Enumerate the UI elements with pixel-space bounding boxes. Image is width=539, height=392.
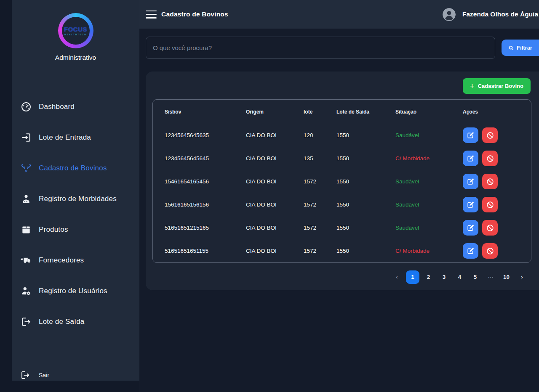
- brand-logo: FOCUS HEALTHTECH: [58, 13, 93, 48]
- menu-toggle-icon[interactable]: [146, 11, 157, 19]
- sidebar-item-label: Registro de Morbidades: [39, 195, 117, 203]
- block-button[interactable]: [482, 174, 498, 189]
- cell-origem: CIA DO BOI: [246, 248, 304, 254]
- cell-sisbov: 15461654165456: [165, 178, 246, 185]
- sidebar-item-lote-saida[interactable]: Lote de Saída: [12, 306, 139, 337]
- cell-lote-saida: 1550: [336, 225, 395, 231]
- sidebar-item-label: Lote de Entrada: [39, 133, 91, 142]
- column-header-situacao: Situação: [395, 109, 463, 115]
- cell-sisbov: 12345645645645: [165, 155, 246, 162]
- column-header-sisbov: Sisbov: [165, 109, 246, 115]
- filter-button[interactable]: Filtrar: [502, 40, 539, 56]
- column-header-acoes: Ações: [463, 109, 531, 115]
- search-input[interactable]: [146, 37, 495, 59]
- pagination-page[interactable]: 5: [467, 270, 483, 284]
- status-badge: Saudável: [395, 132, 463, 138]
- page-title: Cadastro de Bovinos: [161, 11, 228, 18]
- exit-arrow-icon: [20, 316, 32, 328]
- sidebar-item-label: Lote de Saída: [39, 318, 84, 326]
- table-row: 15616165156156 CIA DO BOI 1572 1550 Saud…: [153, 193, 531, 216]
- add-bovino-label: Cadastrar Bovino: [478, 83, 523, 89]
- edit-button[interactable]: [463, 127, 478, 143]
- status-badge: Saudável: [395, 201, 463, 208]
- account-menu[interactable]: Fazenda Olhos de Águia: [443, 8, 538, 21]
- brand-name: FOCUS: [64, 26, 87, 33]
- box-icon: [20, 224, 32, 236]
- cell-lote: 120: [304, 132, 336, 138]
- cell-sisbov: 51651651651155: [165, 248, 246, 254]
- edit-button[interactable]: [463, 197, 478, 212]
- cell-origem: CIA DO BOI: [246, 155, 304, 162]
- status-badge: C/ Morbidade: [395, 248, 463, 254]
- filter-button-label: Filtrar: [517, 45, 532, 51]
- bovinos-table: Sisbov Origem lote Lote de Saída Situaçã…: [152, 99, 531, 263]
- sidebar-item-label: Cadastro de Bovinos: [39, 164, 107, 172]
- cell-origem: CIA DO BOI: [246, 201, 304, 208]
- table-row: 12345645645645 CIA DO BOI 135 1550 C/ Mo…: [153, 147, 531, 170]
- account-name: Fazenda Olhos de Águia: [462, 11, 538, 18]
- column-header-lote-saida: Lote de Saída: [336, 109, 395, 115]
- entry-arrow-icon: [20, 132, 32, 143]
- main-content: Filtrar + Cadastrar Bovino Sisbov Origem…: [139, 29, 539, 392]
- sidebar-item-registro-usuarios[interactable]: Registro de Usuários: [12, 275, 139, 306]
- table-row: 51651651215165 CIA DO BOI 1572 1550 Saud…: [153, 216, 531, 239]
- table-header: Sisbov Origem lote Lote de Saída Situaçã…: [153, 100, 531, 124]
- pagination-next[interactable]: ›: [514, 270, 530, 284]
- cell-origem: CIA DO BOI: [246, 225, 304, 231]
- edit-button[interactable]: [463, 151, 478, 166]
- cell-lote: 1572: [304, 178, 336, 185]
- status-badge: Saudável: [395, 225, 463, 231]
- search-icon: [508, 45, 514, 51]
- block-button[interactable]: [482, 151, 498, 166]
- cell-lote-saida: 1550: [336, 178, 395, 185]
- table-row: 51651651651155 CIA DO BOI 1572 1550 C/ M…: [153, 239, 531, 262]
- cell-origem: CIA DO BOI: [246, 178, 304, 185]
- column-header-origem: Origem: [246, 109, 304, 115]
- plus-icon: +: [470, 82, 475, 90]
- table-panel: + Cadastrar Bovino Sisbov Origem lote Lo…: [146, 72, 539, 290]
- status-badge: Saudável: [395, 178, 463, 185]
- block-button[interactable]: [482, 197, 498, 212]
- edit-button[interactable]: [463, 243, 478, 259]
- block-button[interactable]: [482, 127, 498, 143]
- cell-sisbov: 51651651215165: [165, 225, 246, 231]
- pagination-page[interactable]: 4: [452, 270, 467, 284]
- cell-lote: 1572: [304, 201, 336, 208]
- sidebar-item-dashboard[interactable]: Dashboard: [12, 91, 139, 122]
- logout-button[interactable]: Sair: [12, 367, 139, 384]
- block-button[interactable]: [482, 220, 498, 236]
- brand-subtitle: HEALTHTECH: [64, 33, 87, 36]
- sidebar-item-produtos[interactable]: Produtos: [12, 214, 139, 245]
- dashboard-gauge-icon: [20, 101, 32, 113]
- block-button[interactable]: [482, 243, 498, 259]
- cell-lote-saida: 1550: [336, 201, 395, 208]
- sidebar-item-fornecedores[interactable]: Fornecedores: [12, 245, 139, 275]
- logout-label: Sair: [39, 372, 49, 379]
- user-gear-icon: [20, 285, 32, 297]
- sidebar-item-label: Produtos: [39, 225, 68, 234]
- logout-icon: [20, 370, 30, 380]
- sidebar-item-label: Registro de Usuários: [39, 287, 107, 295]
- cell-sisbov: 12345645645635: [165, 132, 246, 138]
- pagination-prev[interactable]: ‹: [389, 270, 405, 284]
- pagination: ‹ 1 2 3 4 5 ··· 10 ›: [389, 270, 530, 284]
- column-header-lote: lote: [304, 109, 336, 115]
- doctor-icon: [20, 193, 32, 205]
- pagination-ellipsis[interactable]: ···: [483, 270, 499, 284]
- pagination-page[interactable]: 3: [436, 270, 452, 284]
- edit-button[interactable]: [463, 220, 478, 236]
- add-bovino-button[interactable]: + Cadastrar Bovino: [463, 78, 531, 94]
- sidebar: FOCUS HEALTHTECH Administrativo Dashboar…: [12, 0, 139, 381]
- sidebar-item-label: Dashboard: [39, 103, 75, 111]
- sidebar-item-cadastro-bovinos[interactable]: Cadastro de Bovinos: [12, 153, 139, 183]
- topbar: Cadastro de Bovinos Fazenda Olhos de Águ…: [139, 0, 539, 29]
- pagination-page[interactable]: 2: [421, 270, 436, 284]
- pagination-page[interactable]: 10: [499, 270, 514, 284]
- sidebar-item-lote-entrada[interactable]: Lote de Entrada: [12, 122, 139, 153]
- table-row: 12345645645635 CIA DO BOI 120 1550 Saudá…: [153, 124, 531, 147]
- pagination-page[interactable]: 1: [406, 270, 419, 284]
- cell-sisbov: 15616165156156: [165, 201, 246, 208]
- edit-button[interactable]: [463, 174, 478, 189]
- avatar: [443, 8, 456, 21]
- sidebar-item-registro-morbidades[interactable]: Registro de Morbidades: [12, 183, 139, 214]
